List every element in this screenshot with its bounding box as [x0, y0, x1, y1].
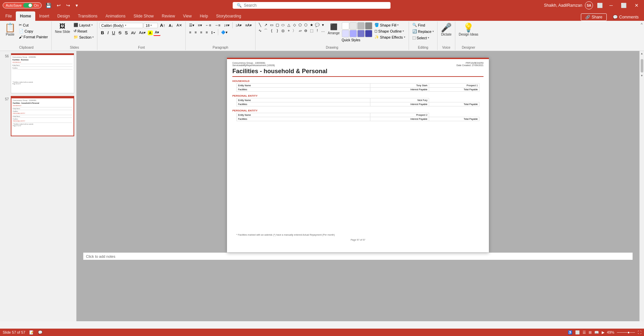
tab-help[interactable]: Help — [196, 11, 212, 21]
cut-button[interactable]: ✂ Cut — [17, 22, 49, 28]
shape-fill-button[interactable]: 🪣 Shape Fill ▾ — [373, 22, 407, 28]
shape-diamond[interactable]: ◇ — [292, 22, 297, 28]
shape-chevron[interactable]: 〉 — [292, 28, 297, 33]
shape-hexagon[interactable]: ⬡ — [303, 22, 309, 28]
arrange-button[interactable]: ⬛ Arrange — [326, 22, 341, 36]
save-icon[interactable]: 💾 — [44, 2, 53, 9]
qs-item-6[interactable] — [350, 30, 357, 37]
decrease-font-button[interactable]: A↓ — [167, 23, 174, 28]
slide-item-57[interactable]: 57 Concurrency Group - 10000081 Faciliti… — [1, 95, 75, 137]
scroll-thumb[interactable] — [641, 59, 643, 73]
tab-transitions[interactable]: Transitions — [74, 11, 101, 21]
tab-view[interactable]: View — [179, 11, 196, 21]
copy-button[interactable]: 📄 Copy — [17, 28, 49, 34]
font-size-dropdown[interactable]: 18 ▾ — [144, 23, 158, 28]
ribbon-display-icon[interactable]: ⬜ — [596, 2, 604, 9]
qs-item-7[interactable] — [357, 30, 365, 37]
notes-bar[interactable]: Click to add notes — [83, 252, 633, 260]
align-text-button[interactable]: ≡A▾ — [244, 22, 253, 28]
view-reading-icon[interactable]: 📖 — [594, 330, 599, 335]
convert-smartart-button[interactable]: 🔷▾ — [220, 30, 229, 35]
decrease-indent-button[interactable]: ←≡ — [204, 22, 213, 28]
shape-cube[interactable]: ⬚ — [309, 28, 314, 33]
line-spacing-button[interactable]: ↕≡▾ — [222, 22, 231, 28]
tab-file[interactable]: File — [1, 11, 16, 21]
shape-callout[interactable]: 💬 — [315, 22, 320, 28]
case-button[interactable]: Aa▾ — [138, 30, 147, 36]
format-painter-button[interactable]: 🖌 Format Painter — [17, 34, 49, 40]
shape-effects-button[interactable]: ✨ Shape Effects ▾ — [373, 34, 407, 40]
increase-font-button[interactable]: A↑ — [158, 22, 167, 29]
shape-arrow[interactable]: ↗ — [263, 22, 269, 28]
underline-button[interactable]: U — [111, 30, 117, 36]
shape-rounded-rect[interactable]: ▢ — [275, 22, 280, 28]
tab-home[interactable]: Home — [16, 11, 35, 21]
slide-thumb-56[interactable]: Concurrency Group - 10000081 Facilities … — [11, 53, 74, 93]
char-space-button[interactable]: AV — [130, 30, 137, 36]
align-left-button[interactable]: ≡ — [188, 30, 192, 35]
comments-button[interactable]: 💬 Comments — [609, 13, 643, 21]
qs-item-5[interactable] — [342, 30, 349, 37]
design-ideas-button[interactable]: 💡 Design Ideas — [457, 22, 479, 37]
tab-storyboarding[interactable]: Storyboarding — [212, 11, 245, 21]
tab-insert[interactable]: Insert — [35, 11, 53, 21]
shape-connector[interactable]: ⌒ — [263, 28, 269, 33]
numbering-button[interactable]: ≡▾ — [196, 22, 203, 28]
tab-slideshow[interactable]: Slide Show — [130, 11, 158, 21]
shape-triangle[interactable]: △ — [286, 22, 291, 28]
clear-format-button[interactable]: A✕ — [175, 22, 183, 28]
shape-cylinder[interactable]: ⊖ — [303, 28, 309, 33]
paste-button[interactable]: 📋 Paste — [3, 22, 17, 37]
shape-brace[interactable]: } — [275, 28, 280, 33]
replace-button[interactable]: 🔄 Replace ▾ — [411, 29, 435, 34]
text-direction-button[interactable]: ↕A▾ — [234, 22, 243, 28]
undo-icon[interactable]: ↩ — [55, 2, 62, 9]
tab-design[interactable]: Design — [53, 11, 74, 21]
font-color-button[interactable]: A▾ — [153, 30, 160, 36]
bold-button[interactable]: B — [99, 30, 105, 36]
shape-plus[interactable]: + — [286, 28, 291, 33]
vertical-scrollbar[interactable]: ▲ ▼ — [639, 51, 644, 321]
layout-button[interactable]: ⬛ Layout ▾ — [72, 22, 95, 28]
notes-icon[interactable]: 📝 — [29, 330, 34, 335]
columns-button[interactable]: ⫿▾ — [210, 30, 217, 35]
scroll-up-button[interactable]: ▲ — [640, 51, 644, 56]
strikethrough-button[interactable]: S — [117, 30, 123, 36]
autosave-toggle[interactable] — [23, 3, 33, 8]
accessibility-icon[interactable]: ♿ — [568, 330, 572, 335]
shape-curve[interactable]: ∿ — [258, 28, 263, 33]
qs-item-2[interactable] — [350, 22, 357, 30]
zoom-fit-icon[interactable]: ⛶ — [638, 330, 641, 334]
align-center-button[interactable]: ≡ — [193, 30, 198, 35]
bullets-button[interactable]: ☰▾ — [188, 22, 196, 28]
highlight-button[interactable]: A — [148, 31, 153, 35]
shape-star[interactable]: ★ — [309, 22, 314, 28]
view-slideshow-icon[interactable]: ▶ — [602, 330, 604, 335]
customize-quick-access-icon[interactable]: ▾ — [74, 2, 79, 9]
shape-bang[interactable]: ! — [315, 28, 320, 33]
shadow-button[interactable]: S — [124, 30, 129, 36]
shape-parallelogram[interactable]: ▱ — [297, 28, 303, 33]
find-button[interactable]: 🔍 Find — [411, 22, 426, 28]
qs-item-1[interactable] — [342, 22, 349, 30]
ribbon-collapse-button[interactable]: ^ — [641, 22, 643, 27]
align-right-button[interactable]: ≡ — [199, 30, 203, 35]
redo-icon[interactable]: ↪ — [65, 2, 72, 9]
shape-line[interactable]: ╲ — [258, 22, 263, 28]
reset-button[interactable]: ↺ Reset — [72, 28, 95, 34]
italic-button[interactable]: I — [106, 30, 110, 36]
justify-button[interactable]: ≡ — [204, 30, 209, 35]
scroll-down-button[interactable]: ▼ — [640, 73, 644, 78]
slide-canvas[interactable]: Concurrency Group - 10000081 Serviceabil… — [227, 58, 489, 252]
slide-item-56[interactable]: 56 Concurrency Group - 10000081 Faciliti… — [1, 52, 75, 94]
view-normal-icon[interactable]: ⬜ — [575, 330, 580, 335]
qs-item-3[interactable] — [357, 22, 365, 30]
share-button[interactable]: 🔗 Share — [581, 13, 607, 21]
shape-outline-button[interactable]: ◻ Shape Outline ▾ — [373, 28, 407, 34]
minimize-button[interactable]: ─ — [607, 2, 615, 9]
autosave-badge[interactable]: AutoSave On — [3, 2, 42, 8]
slide-thumb-57[interactable]: Concurrency Group - 10000081 Facilities … — [11, 96, 74, 136]
shape-pentagon[interactable]: ⬠ — [297, 22, 303, 28]
tab-animations[interactable]: Animations — [101, 11, 129, 21]
maximize-button[interactable]: ⬜ — [618, 2, 629, 9]
